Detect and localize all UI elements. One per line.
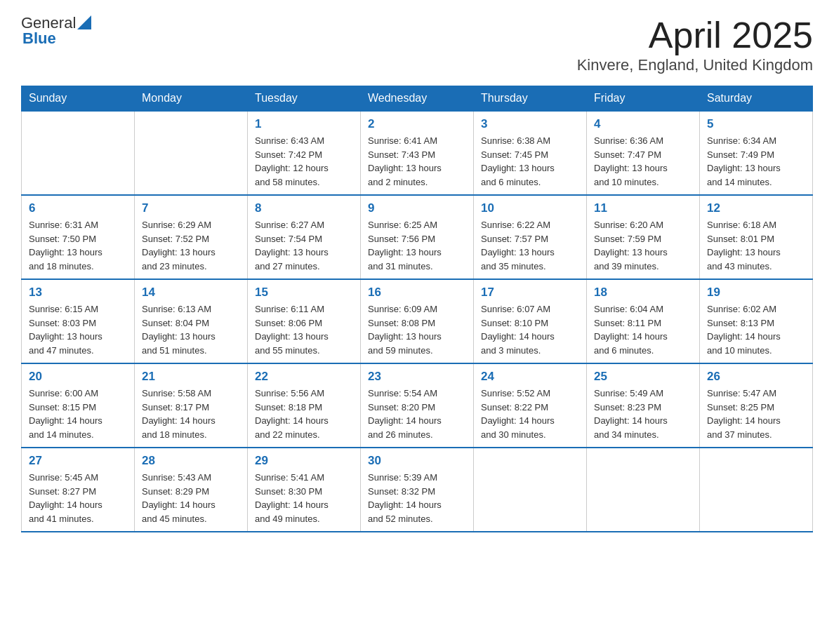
day-info: Sunrise: 6:29 AM Sunset: 7:52 PM Dayligh… (142, 218, 240, 273)
calendar-cell: 28Sunrise: 5:43 AM Sunset: 8:29 PM Dayli… (135, 448, 248, 532)
day-number: 29 (255, 454, 353, 468)
day-info: Sunrise: 6:27 AM Sunset: 7:54 PM Dayligh… (255, 218, 353, 273)
day-info: Sunrise: 6:25 AM Sunset: 7:56 PM Dayligh… (368, 218, 466, 273)
calendar-cell: 8Sunrise: 6:27 AM Sunset: 7:54 PM Daylig… (248, 195, 361, 279)
weekday-header-thursday: Thursday (474, 86, 587, 112)
calendar-cell: 16Sunrise: 6:09 AM Sunset: 8:08 PM Dayli… (361, 279, 474, 363)
calendar-cell: 24Sunrise: 5:52 AM Sunset: 8:22 PM Dayli… (474, 363, 587, 448)
weekday-header-monday: Monday (135, 86, 248, 112)
day-number: 21 (142, 370, 240, 384)
day-info: Sunrise: 5:39 AM Sunset: 8:32 PM Dayligh… (368, 471, 466, 525)
page-title: April 2025 (577, 14, 813, 56)
day-info: Sunrise: 6:02 AM Sunset: 8:13 PM Dayligh… (707, 302, 805, 357)
calendar-cell: 25Sunrise: 5:49 AM Sunset: 8:23 PM Dayli… (587, 363, 700, 448)
day-info: Sunrise: 6:36 AM Sunset: 7:47 PM Dayligh… (594, 134, 692, 189)
day-number: 2 (368, 117, 466, 131)
calendar-cell: 2Sunrise: 6:41 AM Sunset: 7:43 PM Daylig… (361, 111, 474, 195)
calendar-week-row: 27Sunrise: 5:45 AM Sunset: 8:27 PM Dayli… (22, 448, 813, 532)
day-number: 8 (255, 201, 353, 215)
day-number: 10 (481, 201, 579, 215)
day-number: 14 (142, 286, 240, 300)
calendar-cell (700, 448, 813, 532)
weekday-header-wednesday: Wednesday (361, 86, 474, 112)
calendar-cell: 21Sunrise: 5:58 AM Sunset: 8:17 PM Dayli… (135, 363, 248, 448)
day-info: Sunrise: 6:34 AM Sunset: 7:49 PM Dayligh… (707, 134, 805, 189)
day-number: 3 (481, 117, 579, 131)
day-number: 7 (142, 201, 240, 215)
calendar-cell: 23Sunrise: 5:54 AM Sunset: 8:20 PM Dayli… (361, 363, 474, 448)
day-info: Sunrise: 5:49 AM Sunset: 8:23 PM Dayligh… (594, 387, 692, 441)
day-info: Sunrise: 6:00 AM Sunset: 8:15 PM Dayligh… (29, 387, 127, 441)
calendar-cell: 7Sunrise: 6:29 AM Sunset: 7:52 PM Daylig… (135, 195, 248, 279)
calendar-cell: 26Sunrise: 5:47 AM Sunset: 8:25 PM Dayli… (700, 363, 813, 448)
day-number: 20 (29, 370, 127, 384)
day-info: Sunrise: 6:18 AM Sunset: 8:01 PM Dayligh… (707, 218, 805, 273)
calendar-cell: 19Sunrise: 6:02 AM Sunset: 8:13 PM Dayli… (700, 279, 813, 363)
day-number: 26 (707, 370, 805, 384)
calendar-cell: 13Sunrise: 6:15 AM Sunset: 8:03 PM Dayli… (22, 279, 135, 363)
day-number: 13 (29, 286, 127, 300)
calendar-cell (587, 448, 700, 532)
page-subtitle: Kinvere, England, United Kingdom (577, 56, 813, 74)
logo: General Blue (21, 14, 91, 48)
day-info: Sunrise: 5:45 AM Sunset: 8:27 PM Dayligh… (29, 471, 127, 525)
day-number: 22 (255, 370, 353, 384)
calendar-week-row: 20Sunrise: 6:00 AM Sunset: 8:15 PM Dayli… (22, 363, 813, 448)
day-info: Sunrise: 6:22 AM Sunset: 7:57 PM Dayligh… (481, 218, 579, 273)
day-info: Sunrise: 6:11 AM Sunset: 8:06 PM Dayligh… (255, 302, 353, 357)
calendar-cell: 27Sunrise: 5:45 AM Sunset: 8:27 PM Dayli… (22, 448, 135, 532)
day-info: Sunrise: 6:13 AM Sunset: 8:04 PM Dayligh… (142, 302, 240, 357)
calendar-cell: 22Sunrise: 5:56 AM Sunset: 8:18 PM Dayli… (248, 363, 361, 448)
day-number: 19 (707, 286, 805, 300)
day-info: Sunrise: 6:38 AM Sunset: 7:45 PM Dayligh… (481, 134, 579, 189)
calendar-cell: 9Sunrise: 6:25 AM Sunset: 7:56 PM Daylig… (361, 195, 474, 279)
calendar-cell: 12Sunrise: 6:18 AM Sunset: 8:01 PM Dayli… (700, 195, 813, 279)
day-info: Sunrise: 5:43 AM Sunset: 8:29 PM Dayligh… (142, 471, 240, 525)
day-info: Sunrise: 5:58 AM Sunset: 8:17 PM Dayligh… (142, 387, 240, 441)
title-section: April 2025 Kinvere, England, United King… (577, 14, 813, 74)
day-number: 6 (29, 201, 127, 215)
calendar-cell: 14Sunrise: 6:13 AM Sunset: 8:04 PM Dayli… (135, 279, 248, 363)
calendar-cell: 1Sunrise: 6:43 AM Sunset: 7:42 PM Daylig… (248, 111, 361, 195)
calendar-week-row: 13Sunrise: 6:15 AM Sunset: 8:03 PM Dayli… (22, 279, 813, 363)
day-number: 28 (142, 454, 240, 468)
day-info: Sunrise: 6:41 AM Sunset: 7:43 PM Dayligh… (368, 134, 466, 189)
day-number: 27 (29, 454, 127, 468)
calendar-cell: 4Sunrise: 6:36 AM Sunset: 7:47 PM Daylig… (587, 111, 700, 195)
calendar-cell: 15Sunrise: 6:11 AM Sunset: 8:06 PM Dayli… (248, 279, 361, 363)
day-info: Sunrise: 6:07 AM Sunset: 8:10 PM Dayligh… (481, 302, 579, 357)
calendar-header-row: SundayMondayTuesdayWednesdayThursdayFrid… (22, 86, 813, 112)
page-header: General Blue April 2025 Kinvere, England… (21, 14, 813, 74)
day-number: 12 (707, 201, 805, 215)
calendar-cell (22, 111, 135, 195)
day-number: 9 (368, 201, 466, 215)
day-number: 5 (707, 117, 805, 131)
day-info: Sunrise: 6:15 AM Sunset: 8:03 PM Dayligh… (29, 302, 127, 357)
svg-marker-0 (77, 15, 91, 29)
day-number: 1 (255, 117, 353, 131)
day-number: 17 (481, 286, 579, 300)
weekday-header-saturday: Saturday (700, 86, 813, 112)
day-info: Sunrise: 5:56 AM Sunset: 8:18 PM Dayligh… (255, 387, 353, 441)
calendar-week-row: 6Sunrise: 6:31 AM Sunset: 7:50 PM Daylig… (22, 195, 813, 279)
day-number: 11 (594, 201, 692, 215)
day-number: 23 (368, 370, 466, 384)
day-number: 30 (368, 454, 466, 468)
day-info: Sunrise: 5:54 AM Sunset: 8:20 PM Dayligh… (368, 387, 466, 441)
calendar-cell: 20Sunrise: 6:00 AM Sunset: 8:15 PM Dayli… (22, 363, 135, 448)
day-info: Sunrise: 6:04 AM Sunset: 8:11 PM Dayligh… (594, 302, 692, 357)
day-number: 16 (368, 286, 466, 300)
day-info: Sunrise: 5:47 AM Sunset: 8:25 PM Dayligh… (707, 387, 805, 441)
weekday-header-tuesday: Tuesday (248, 86, 361, 112)
calendar-cell (474, 448, 587, 532)
calendar-cell: 3Sunrise: 6:38 AM Sunset: 7:45 PM Daylig… (474, 111, 587, 195)
day-info: Sunrise: 6:09 AM Sunset: 8:08 PM Dayligh… (368, 302, 466, 357)
day-number: 4 (594, 117, 692, 131)
logo-triangle-icon (77, 15, 91, 29)
calendar-table: SundayMondayTuesdayWednesdayThursdayFrid… (21, 86, 813, 532)
day-info: Sunrise: 6:20 AM Sunset: 7:59 PM Dayligh… (594, 218, 692, 273)
day-number: 24 (481, 370, 579, 384)
calendar-cell: 29Sunrise: 5:41 AM Sunset: 8:30 PM Dayli… (248, 448, 361, 532)
calendar-cell: 18Sunrise: 6:04 AM Sunset: 8:11 PM Dayli… (587, 279, 700, 363)
day-info: Sunrise: 6:31 AM Sunset: 7:50 PM Dayligh… (29, 218, 127, 273)
